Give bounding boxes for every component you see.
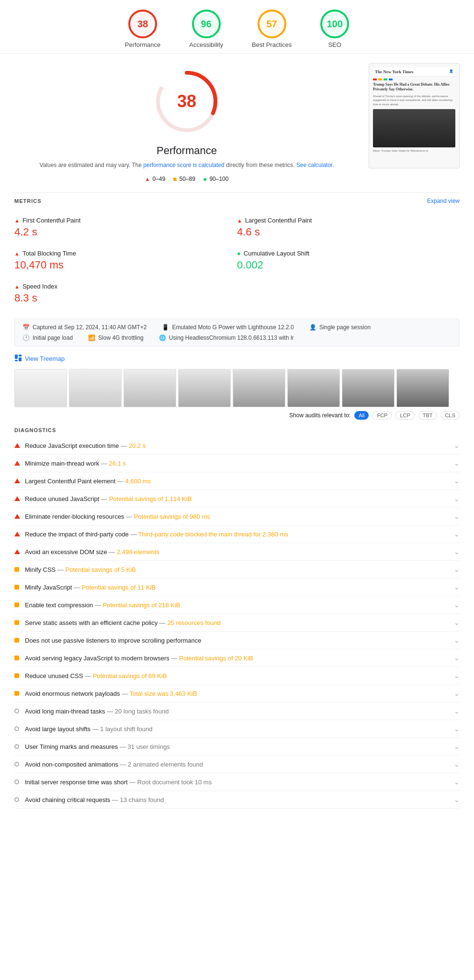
audit-item-9[interactable]: Enable text compression — Potential savi… xyxy=(14,596,460,614)
audit-triangle-icon xyxy=(14,532,20,536)
audit-chevron-icon: ⌄ xyxy=(454,778,460,786)
audit-main-text: Minimize main-thread work xyxy=(25,460,99,467)
performance-description: Values are estimated and may vary. The p… xyxy=(40,161,334,169)
audit-chevron-icon: ⌄ xyxy=(454,725,460,733)
audit-item-10[interactable]: Serve static assets with an efficient ca… xyxy=(14,614,460,632)
audit-chevron-icon: ⌄ xyxy=(454,707,460,715)
audit-circle-icon xyxy=(14,726,19,731)
legend-orange-range: 50–89 xyxy=(180,176,195,182)
fcp-label: First Contentful Paint xyxy=(23,217,80,224)
audit-detail-value: Potential savings of 69 KiB xyxy=(93,672,167,679)
audit-item-17[interactable]: User Timing marks and measures — 31 user… xyxy=(14,738,460,756)
audit-item-0[interactable]: Reduce JavaScript execution time — 20.2 … xyxy=(14,437,460,455)
throttling-text: Slow 4G throttling xyxy=(98,334,144,341)
audit-detail-value: 2,498 elements xyxy=(117,548,159,556)
audit-item-16[interactable]: Avoid large layout shifts — 1 layout shi… xyxy=(14,720,460,738)
screenshot-caption: More: Trumps Gets Voted for Momentum to xyxy=(373,149,455,152)
calculator-link[interactable]: See calculator. xyxy=(296,162,334,168)
audit-chevron-icon: ⌄ xyxy=(454,442,460,449)
perf-score-link[interactable]: performance score is calculated xyxy=(143,162,224,168)
audit-icon-8 xyxy=(14,583,25,591)
audit-item-7[interactable]: Minify CSS — Potential savings of 5 KiB … xyxy=(14,561,460,579)
audit-item-19[interactable]: Initial server response time was short —… xyxy=(14,773,460,791)
filter-btn-cls[interactable]: CLS xyxy=(441,411,460,420)
audit-main-text: Serve static assets with an efficient ca… xyxy=(25,619,158,626)
audit-text-8: Minify JavaScript — Potential savings of… xyxy=(25,584,450,591)
score-best-practices[interactable]: 57 Best Practices xyxy=(252,10,292,48)
clock-icon: 🕐 xyxy=(23,334,30,341)
user-icon: 👤 xyxy=(309,324,316,331)
audit-detail-value: 26.1 s xyxy=(109,460,126,467)
audit-chevron-icon: ⌄ xyxy=(454,654,460,662)
audit-text-12: Avoid serving legacy JavaScript to moder… xyxy=(25,655,450,662)
audit-item-5[interactable]: Reduce the impact of third-party code — … xyxy=(14,525,460,543)
audit-text-19: Initial server response time was short —… xyxy=(25,779,450,786)
audit-item-6[interactable]: Avoid an excessive DOM size — 2,498 elem… xyxy=(14,543,460,561)
audit-icon-19 xyxy=(14,778,25,786)
expand-view-button[interactable]: Expand view xyxy=(427,198,460,204)
audit-item-2[interactable]: Largest Contentful Paint element — 4,600… xyxy=(14,472,460,490)
audit-detail-value: Third-party code blocked the main thread… xyxy=(138,531,288,538)
audit-detail-value: Potential savings of 5 KiB xyxy=(66,566,136,573)
audit-item-11[interactable]: Does not use passive listeners to improv… xyxy=(14,632,460,649)
filmstrip-frame-1 xyxy=(14,369,67,407)
audit-detail-value: — 1 layout shift found xyxy=(90,725,152,733)
audit-triangle-icon xyxy=(14,479,20,483)
audit-main-text: Reduce unused JavaScript xyxy=(25,495,99,502)
audit-icon-7 xyxy=(14,566,25,573)
audit-item-12[interactable]: Avoid serving legacy JavaScript to moder… xyxy=(14,649,460,667)
audit-item-18[interactable]: Avoid non-composited animations — 2 anim… xyxy=(14,756,460,773)
audit-square-icon xyxy=(14,691,19,696)
audit-detail-value: Total size was 3,463 KiB xyxy=(130,690,197,697)
audit-item-15[interactable]: Avoid long main-thread tasks — 20 long t… xyxy=(14,702,460,720)
audit-icon-20 xyxy=(14,796,25,803)
lcp-value: 4.6 s xyxy=(237,226,460,238)
performance-section: 38 Performance Values are estimated and … xyxy=(14,63,460,183)
audit-item-13[interactable]: Reduce unused CSS — Potential savings of… xyxy=(14,667,460,685)
treemap-link[interactable]: View Treemap xyxy=(14,354,460,363)
audit-text-1: Minimize main-thread work — 26.1 s xyxy=(25,460,450,467)
audit-icon-14 xyxy=(14,690,25,697)
score-seo[interactable]: 100 SEO xyxy=(320,10,349,48)
audit-chevron-icon: ⌄ xyxy=(454,690,460,697)
audit-text-4: Eliminate render-blocking resources — Po… xyxy=(25,513,450,520)
filter-btn-lcp[interactable]: LCP xyxy=(395,411,414,420)
info-browser: 🌐 Using HeadlessChromium 128.0.6613.113 … xyxy=(159,334,294,341)
score-accessibility[interactable]: 96 Accessibility xyxy=(189,10,223,48)
audit-detail-dash: — xyxy=(122,690,129,697)
filter-btn-tbt[interactable]: TBT xyxy=(418,411,437,420)
audit-detail-value: Potential savings of 980 ms xyxy=(134,513,210,520)
filter-btn-all[interactable]: All xyxy=(354,411,369,420)
score-performance[interactable]: 38 Performance xyxy=(125,10,160,48)
info-throttling: 📶 Slow 4G throttling xyxy=(88,334,144,341)
audit-item-14[interactable]: Avoid enormous network payloads — Total … xyxy=(14,685,460,702)
audit-text-5: Reduce the impact of third-party code — … xyxy=(25,531,450,538)
page-screenshot: The New York Times 👤 Trump Says He Had a… xyxy=(369,63,460,168)
audit-item-4[interactable]: Eliminate render-blocking resources — Po… xyxy=(14,508,460,525)
perf-desc-after: directly from these metrics. xyxy=(225,162,296,168)
audit-main-text: Avoid chaining critical requests xyxy=(25,796,110,803)
cls-icon: ● xyxy=(237,250,241,257)
filter-btn-fcp[interactable]: FCP xyxy=(372,411,392,420)
audit-main-text: User Timing marks and measures xyxy=(25,743,118,750)
audit-chevron-icon: ⌄ xyxy=(454,743,460,750)
audit-item-20[interactable]: Avoid chaining critical requests — 13 ch… xyxy=(14,791,460,809)
legend-triangle-icon: ▲ xyxy=(145,176,150,182)
audit-text-10: Serve static assets with an efficient ca… xyxy=(25,619,450,626)
score-label-performance: Performance xyxy=(125,41,160,48)
audit-item-3[interactable]: Reduce unused JavaScript — Potential sav… xyxy=(14,490,460,508)
audit-main-text: Avoid long main-thread tasks xyxy=(25,708,105,715)
audit-item-1[interactable]: Minimize main-thread work — 26.1 s ⌄ xyxy=(14,455,460,472)
captured-text: Captured at Sep 12, 2024, 11:40 AM GMT+2 xyxy=(33,324,147,331)
metric-si: ▲ Speed Index 8.3 s xyxy=(14,278,237,311)
session-text: Single page session xyxy=(319,324,371,331)
score-circle-accessibility: 96 xyxy=(192,10,221,38)
audit-item-8[interactable]: Minify JavaScript — Potential savings of… xyxy=(14,579,460,596)
audit-icon-10 xyxy=(14,619,25,626)
legend-green: ● 90–100 xyxy=(203,175,229,183)
audit-detail-dash: — xyxy=(57,566,66,573)
svg-rect-3 xyxy=(19,355,22,356)
audit-chevron-icon: ⌄ xyxy=(454,566,460,573)
audit-icon-2 xyxy=(14,477,25,485)
lcp-icon: ▲ xyxy=(237,218,242,223)
